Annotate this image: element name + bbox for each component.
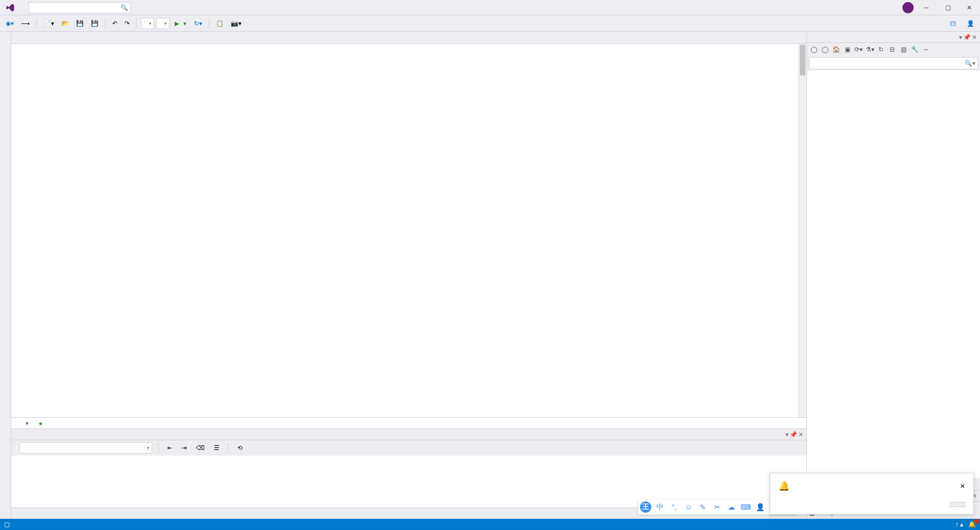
- ime-emoji-icon[interactable]: ☺: [683, 501, 694, 513]
- global-search-box[interactable]: 🔍: [29, 2, 131, 13]
- output-panel: ▾ 📌 ✕ ⇤ ⇥ ⌫ ☰ ⟲: [11, 428, 806, 508]
- ime-user-icon[interactable]: 👤: [754, 501, 766, 513]
- solution-explorer-header: ▾ 📌 ✕: [807, 32, 980, 43]
- notification-close-button[interactable]: ✕: [960, 483, 965, 490]
- panel-close-icon[interactable]: ✕: [798, 431, 803, 438]
- back-button[interactable]: ◉▾: [3, 18, 16, 29]
- maximize-button[interactable]: ▢: [939, 1, 957, 14]
- ime-punct-icon[interactable]: °,: [669, 501, 680, 513]
- global-search-input[interactable]: [31, 4, 120, 11]
- editor-status-bar: ▾ ●: [11, 417, 806, 428]
- run-button[interactable]: ▶ ▾: [172, 19, 189, 28]
- ime-lang-icon[interactable]: 中: [654, 501, 666, 513]
- extension-button[interactable]: 📷▾: [228, 18, 244, 29]
- solx-close-icon[interactable]: ✕: [972, 34, 977, 41]
- left-tool-tabs: [0, 32, 11, 519]
- user-badge[interactable]: [902, 2, 914, 13]
- output-prev-icon[interactable]: ⇤: [165, 443, 175, 453]
- ime-scissors-icon[interactable]: ✂: [712, 501, 723, 513]
- editor-vertical-scrollbar[interactable]: [798, 44, 806, 417]
- new-item-button[interactable]: 📄▾: [41, 18, 57, 29]
- browser-link-button[interactable]: 📋: [213, 18, 226, 29]
- title-bar: 🔍 ─ ▢ ✕: [0, 0, 980, 15]
- search-icon: 🔍▾: [965, 60, 975, 67]
- search-icon: 🔍: [120, 4, 128, 11]
- document-tabs: [11, 32, 806, 44]
- ime-logo-icon[interactable]: 王: [640, 501, 651, 513]
- ime-pen-icon[interactable]: ✎: [697, 501, 708, 513]
- solution-explorer-search[interactable]: 🔍▾: [809, 57, 978, 69]
- close-button[interactable]: ✕: [961, 1, 978, 14]
- output-clear-icon[interactable]: ⌫: [193, 443, 207, 453]
- undo-button[interactable]: ↶: [110, 18, 120, 29]
- vs-logo-icon: [5, 3, 15, 13]
- update-notification-toast: 🔔 ✕: [770, 473, 974, 515]
- account-button[interactable]: 👤: [964, 18, 977, 29]
- save-button[interactable]: 💾: [74, 18, 86, 29]
- bell-icon: 🔔: [778, 481, 790, 492]
- solx-dash-icon[interactable]: ─: [921, 45, 930, 54]
- forward-button[interactable]: ⟶: [18, 18, 32, 29]
- solx-wrench-icon[interactable]: 🔧: [910, 45, 919, 54]
- solx-collapse-icon[interactable]: ⊟: [888, 45, 897, 54]
- ime-cloud-icon[interactable]: ☁: [726, 501, 737, 513]
- platform-dropdown[interactable]: [156, 18, 169, 29]
- panel-pin-icon[interactable]: 📌: [790, 431, 797, 438]
- main-toolbar: ◉▾ ⟶ 📄▾ 📂 💾 💾 ↶ ↷ ▶ ▾ ↻▾ 📋 📷▾ ⮹ 👤: [0, 15, 980, 32]
- solution-tree[interactable]: [807, 70, 980, 478]
- play-icon: ▶: [175, 20, 179, 27]
- minimize-button[interactable]: ─: [918, 1, 935, 14]
- solx-fwd-icon[interactable]: ◯: [820, 45, 829, 54]
- ime-keyboard-icon[interactable]: ⌨: [740, 501, 751, 513]
- solx-scope-icon[interactable]: ▣: [843, 45, 852, 54]
- open-button[interactable]: 📂: [59, 18, 71, 29]
- solx-back-icon[interactable]: ◯: [809, 45, 818, 54]
- solx-home-icon[interactable]: 🏠: [831, 45, 841, 54]
- solx-dropdown-icon[interactable]: ▾: [959, 34, 962, 41]
- scrollbar-thumb[interactable]: [800, 45, 805, 75]
- output-wrap-icon[interactable]: ☰: [211, 443, 222, 453]
- panel-dropdown-icon[interactable]: ▾: [786, 431, 789, 438]
- issues-check-icon: ●: [39, 420, 42, 427]
- live-share-button[interactable]: ⮹: [946, 20, 962, 27]
- solution-explorer-toolbar: ◯ ◯ 🏠 ▣ ⟳▾ ⚗▾ ↻ ⊟ ▧ 🔧 ─: [807, 43, 980, 56]
- fold-gutter[interactable]: [42, 44, 49, 417]
- config-dropdown[interactable]: [141, 18, 154, 29]
- refresh-button[interactable]: ↻▾: [191, 18, 205, 29]
- code-content[interactable]: [49, 44, 798, 417]
- code-editor[interactable]: [11, 44, 806, 417]
- liveshare-icon: ⮹: [950, 20, 956, 27]
- solution-explorer-search-input[interactable]: [812, 60, 965, 66]
- line-number-gutter: [11, 44, 42, 417]
- solx-filter-icon[interactable]: ⚗▾: [865, 45, 874, 54]
- solx-pin-icon[interactable]: 📌: [963, 34, 971, 41]
- solx-sync-icon[interactable]: ⟳▾: [854, 45, 863, 54]
- output-source-dropdown[interactable]: [19, 442, 152, 453]
- save-all-button[interactable]: 💾: [88, 18, 101, 29]
- solx-showall-icon[interactable]: ▧: [899, 45, 908, 54]
- output-toggle-icon[interactable]: ⟲: [235, 443, 245, 453]
- redo-button[interactable]: ↷: [122, 18, 132, 29]
- notification-details-button[interactable]: [950, 502, 965, 507]
- solx-refresh-icon[interactable]: ↻: [876, 45, 886, 54]
- output-next-icon[interactable]: ⇥: [179, 443, 189, 453]
